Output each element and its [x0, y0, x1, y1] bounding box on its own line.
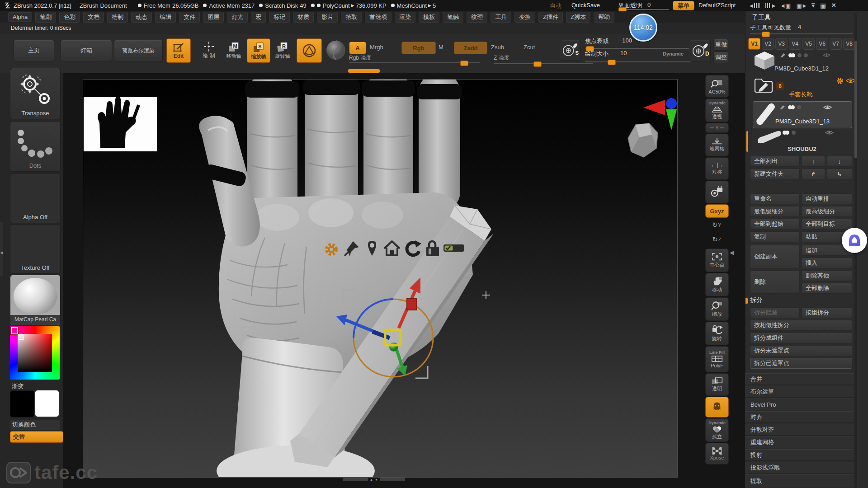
solo-button[interactable]: Dynamic 孤立 — [705, 418, 729, 442]
scrollbar-track-right[interactable] — [380, 478, 405, 481]
tab-v5[interactable]: V5 — [802, 38, 815, 50]
sculpt-viewport[interactable] — [83, 80, 677, 477]
pen-sphere-icon[interactable] — [326, 40, 346, 61]
assistant-avatar[interactable] — [842, 228, 867, 253]
scroll-tray-right-icon[interactable]: ▶ — [765, 3, 776, 8]
section-distribute-align[interactable]: 分散对齐 — [745, 424, 854, 436]
polyframe-button[interactable]: Line Fill PolyF — [705, 346, 729, 372]
material-selector-tile[interactable]: MatCap Pearl Ca — [10, 275, 61, 325]
transparency-button[interactable]: 透明 — [705, 373, 729, 396]
all-to-start-button[interactable]: 全部到起始 — [750, 219, 800, 230]
mrgb-button[interactable]: Mrgb — [370, 44, 383, 51]
subtool-item[interactable]: PM3D_Cube3D1_12 — [750, 51, 853, 75]
local-symmetry-button[interactable]: Gxyz — [705, 204, 729, 218]
menu-document[interactable]: 文档 — [83, 12, 104, 23]
floor-grid-button[interactable]: 地网格 — [705, 134, 729, 156]
menu-alpha[interactable]: Alpha — [8, 12, 32, 22]
split-section-header[interactable]: 拆分 — [750, 296, 763, 305]
menu-file[interactable]: 文件 — [179, 12, 200, 23]
m-button[interactable]: M — [439, 44, 443, 51]
edit-button[interactable]: Edit — [166, 38, 191, 63]
sticky-mode-toggle-icon[interactable] — [443, 244, 464, 252]
copy-button[interactable]: 复制 — [750, 231, 800, 242]
z-intensity-slider[interactable] — [494, 63, 593, 64]
color-picker[interactable] — [10, 326, 60, 380]
document[interactable] — [83, 79, 678, 478]
menu-color[interactable]: 色彩 — [59, 12, 80, 23]
rgb-button[interactable]: Rgb — [401, 42, 436, 54]
switch-color-button[interactable]: 切换颜色 — [10, 419, 61, 430]
texture-selector-tile[interactable]: Texture Off — [10, 224, 61, 274]
all-to-target-button[interactable]: 全部到目标 — [802, 219, 852, 230]
spin-z-button[interactable]: ↻ Z — [705, 233, 728, 246]
preview-boolean-button[interactable]: 预览布尔渲染 — [114, 40, 163, 61]
menu-marker[interactable]: 标记 — [269, 12, 290, 23]
menu-picker[interactable]: 拾取 — [341, 12, 362, 23]
left-shelf-edge[interactable] — [0, 222, 3, 277]
draw-size-slider[interactable] — [585, 61, 691, 62]
xpose-button[interactable]: Xpose — [705, 443, 729, 465]
zcut-button[interactable]: Zcut — [524, 44, 535, 51]
document-scrollbar[interactable]: ▲ ▼ — [343, 477, 409, 482]
paint-brush-icon[interactable] — [780, 52, 786, 58]
menu-dynamics[interactable]: 动态 — [131, 12, 152, 23]
tab-v1[interactable]: V1 — [748, 38, 760, 50]
scroll-tray-left-icon[interactable]: ◀ — [750, 3, 760, 8]
menu-texture[interactable]: 纹理 — [467, 12, 487, 23]
collapse-left-icon[interactable]: ◀ — [0, 250, 3, 255]
alpha-selector-tile[interactable]: Alpha Off — [10, 174, 61, 223]
polypaint-icon[interactable] — [791, 53, 795, 57]
split-masked-button[interactable]: 拆分已遮罩点 — [750, 358, 852, 369]
adjust-button[interactable]: 调整 — [713, 52, 728, 63]
stroke-selector-tile[interactable]: Dots — [10, 121, 61, 172]
minimize-icon[interactable]: ▾ — [811, 3, 815, 8]
zoom-button[interactable]: 缩放 — [705, 297, 729, 321]
move-down-button[interactable]: ↓ — [827, 156, 852, 167]
polypaint-icon[interactable] — [791, 105, 795, 109]
menu-material[interactable]: 材质 — [293, 12, 314, 23]
subtool-title[interactable]: 子工具 — [752, 14, 771, 22]
menu-zplugin[interactable]: Z插件 — [538, 12, 563, 23]
tab-v2[interactable]: V2 — [762, 38, 774, 50]
section-project[interactable]: 投射 — [745, 449, 854, 461]
eye-icon[interactable] — [825, 130, 834, 135]
menu-zscript[interactable]: Z脚本 — [566, 12, 590, 23]
polypaint-icon[interactable] — [785, 131, 789, 135]
alternate-button[interactable]: 交替 — [10, 431, 63, 443]
pan-button[interactable]: 移动 — [705, 273, 729, 296]
split-unmasked-button[interactable]: 拆分未遮罩点 — [750, 345, 852, 356]
next-document-icon[interactable]: ▣▶ — [796, 2, 806, 9]
menu-transform[interactable]: 变换 — [514, 12, 535, 23]
scroll-down-icon[interactable]: ▼ — [375, 478, 378, 481]
menu-movie[interactable]: 影片 — [317, 12, 338, 23]
focal-shift-slider[interactable] — [585, 48, 691, 49]
section-bevel-pro[interactable]: Bevel Pro — [745, 399, 854, 410]
move-out-folder-button[interactable]: ↱ — [802, 169, 825, 179]
close-icon[interactable]: × — [831, 1, 836, 10]
panel-scrollbar-thumb[interactable] — [854, 41, 857, 158]
frame-center-button[interactable]: 中心点 — [705, 249, 729, 272]
move-up-button[interactable]: ↑ — [802, 156, 825, 167]
insert-button[interactable]: 插入 — [802, 258, 852, 268]
section-extract[interactable]: 提取 — [745, 474, 854, 488]
auto-reorder-button[interactable]: 自动重排 — [802, 193, 852, 204]
canvas-area[interactable]: ▲ ▼ — [63, 73, 745, 488]
highest-subdiv-button[interactable]: 最高级细分 — [802, 206, 852, 217]
secondary-color-swatch[interactable] — [35, 390, 59, 417]
menu-draw[interactable]: 绘制 — [107, 12, 128, 23]
dynamic-brush-button[interactable]: D — [689, 40, 711, 61]
folder-eye-icon[interactable] — [846, 78, 855, 84]
main-color-swatch[interactable] — [10, 390, 34, 418]
perspective-button[interactable]: Dynamic 透视 — [705, 99, 729, 122]
rename-button[interactable]: 重命名 — [750, 193, 800, 204]
split-to-parts-button[interactable]: 拆分成组件 — [750, 333, 852, 343]
scroll-up-icon[interactable]: ▲ — [370, 478, 373, 481]
actual-size-button[interactable]: AC50% — [705, 75, 729, 98]
channel-a-button[interactable]: A — [349, 42, 366, 54]
lowest-subdiv-button[interactable]: 最低级细分 — [750, 206, 800, 217]
redo-button[interactable]: 重做 — [713, 39, 728, 51]
uv-icon[interactable] — [797, 53, 802, 57]
prev-document-icon[interactable]: ◀▣ — [781, 2, 791, 9]
menu-preferences[interactable]: 首选项 — [365, 12, 392, 23]
restore-window-icon[interactable]: ▣ — [820, 2, 826, 9]
